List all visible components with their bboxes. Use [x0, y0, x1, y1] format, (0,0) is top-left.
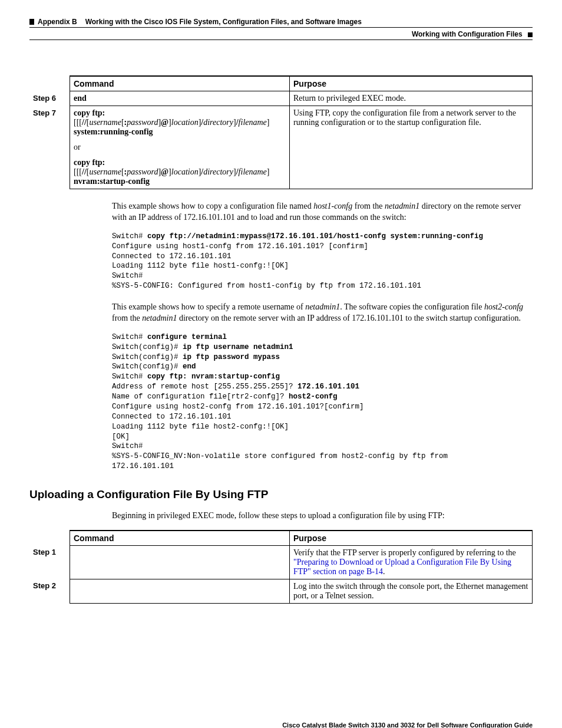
command-header-2: Command: [70, 531, 290, 546]
purpose-cell: Return to privileged EXEC mode.: [290, 91, 533, 106]
appendix-label: Appendix B: [38, 18, 77, 26]
table-row: Step 2Log into the switch through the co…: [29, 579, 533, 603]
purpose-cell: Verify that the FTP server is properly c…: [290, 545, 533, 579]
step-cell: Step 6: [29, 91, 70, 106]
step-cell: Step 7: [29, 106, 70, 189]
chapter-title: Working with the Cisco IOS File System, …: [85, 18, 362, 26]
purpose-cell: Log into the switch through the console …: [290, 579, 533, 603]
command-header: Command: [70, 76, 290, 91]
upload-intro: Beginning in privileged EXEC mode, follo…: [112, 510, 533, 522]
code-example-1: Switch# copy ftp://netadmin1:mypass@172.…: [112, 232, 533, 291]
page-footer: Cisco Catalyst Blade Switch 3130 and 303…: [29, 722, 533, 728]
table-row: Step 1Verify that the FTP server is prop…: [29, 545, 533, 579]
step-cell: Step 1: [29, 545, 70, 579]
step-header-blank: [29, 76, 70, 91]
command-table-1: Command Purpose Step 6endReturn to privi…: [29, 75, 533, 189]
purpose-cell: Using FTP, copy the configuration file f…: [290, 106, 533, 189]
step-header-blank-2: [29, 531, 70, 546]
example-intro-1: This example shows how to copy a configu…: [112, 201, 533, 223]
command-cell: copy ftp:[[[//[username[:password]@]loca…: [70, 106, 290, 189]
code-example-2: Switch# configure terminal Switch(config…: [112, 332, 533, 472]
purpose-header: Purpose: [290, 76, 533, 91]
step-cell: Step 2: [29, 579, 70, 603]
page-header: Appendix B Working with the Cisco IOS Fi…: [29, 18, 533, 40]
command-cell: [70, 579, 290, 603]
section-title: Working with Configuration Files: [29, 30, 533, 40]
table-row: Step 6endReturn to privileged EXEC mode.: [29, 91, 533, 106]
command-table-2: Command Purpose Step 1Verify that the FT…: [29, 530, 533, 604]
section-heading-upload-ftp: Uploading a Configuration File By Using …: [29, 488, 533, 501]
table-row: Step 7copy ftp:[[[//[username[:password]…: [29, 106, 533, 189]
command-cell: [70, 545, 290, 579]
footer-doc-title: Cisco Catalyst Blade Switch 3130 and 303…: [29, 722, 533, 728]
command-cell: end: [70, 91, 290, 106]
example-intro-2: This example shows how to specify a remo…: [112, 302, 533, 324]
main: Command Purpose Step 6endReturn to privi…: [29, 75, 533, 604]
purpose-header-2: Purpose: [290, 531, 533, 546]
